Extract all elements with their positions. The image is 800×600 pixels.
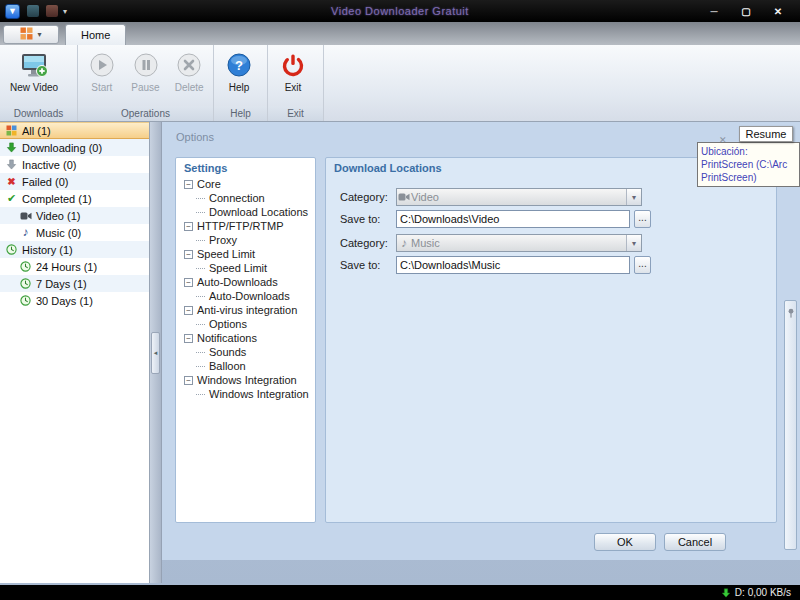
- sidebar-item-30-days[interactable]: 30 Days (1): [0, 292, 149, 309]
- settings-tree-item-sounds[interactable]: Sounds: [176, 345, 315, 359]
- delete-button[interactable]: Delete: [168, 48, 210, 105]
- options-panel: Options ✕ Settings Core Connection Downl…: [162, 122, 800, 560]
- sidebar-item-failed[interactable]: ✖ Failed (0): [0, 173, 149, 190]
- settings-tree-item-http-ftp-rtmp[interactable]: HTTP/FTP/RTMP: [176, 219, 315, 233]
- ribbon: New Video Downloads Start Pause: [0, 45, 800, 122]
- sidebar-item-24-hours[interactable]: 24 Hours (1): [0, 258, 149, 275]
- tree-collapse-icon[interactable]: [184, 306, 193, 315]
- settings-groupbox: Settings Core Connection Download Locati…: [175, 157, 316, 523]
- category-music-dropdown[interactable]: ♪ Music: [396, 234, 642, 252]
- ribbon-group-label-operations: Operations: [78, 106, 213, 121]
- download-locations-groupbox: Download Locations Category: Video Save …: [325, 157, 777, 523]
- sidebar-item-inactive[interactable]: Inactive (0): [0, 156, 149, 173]
- start-label: Start: [91, 82, 112, 93]
- browse-music-button[interactable]: ...: [634, 256, 651, 274]
- ribbon-tab-row: ▾ Home: [0, 22, 800, 45]
- dropdown-arrow-icon[interactable]: [626, 235, 641, 251]
- settings-tree-item-balloon[interactable]: Balloon: [176, 359, 315, 373]
- settings-tree-item-download-locations[interactable]: Download Locations: [176, 205, 315, 219]
- application-window: ▼ ▾ Video Downloader Gratuit ─ ▢ ✕ ▾ Hom…: [0, 0, 800, 600]
- settings-tree-item-speed-limit-child[interactable]: Speed Limit: [176, 261, 315, 275]
- clock-icon: [19, 260, 32, 273]
- autohide-panel-tab[interactable]: [784, 300, 797, 550]
- ok-button[interactable]: OK: [594, 533, 656, 551]
- tree-collapse-icon[interactable]: [184, 250, 193, 259]
- sidebar-item-video[interactable]: Video (1): [0, 207, 149, 224]
- tree-collapse-icon[interactable]: [184, 334, 193, 343]
- collapse-sidebar-button[interactable]: ◂: [151, 332, 160, 374]
- settings-tree-item-connection[interactable]: Connection: [176, 191, 315, 205]
- video-camera-icon: [19, 209, 32, 222]
- settings-tree-item-core[interactable]: Core: [176, 177, 315, 191]
- settings-tree-item-notifications[interactable]: Notifications: [176, 331, 315, 345]
- settings-tree-item-speed-limit[interactable]: Speed Limit: [176, 247, 315, 261]
- new-video-button[interactable]: New Video: [3, 48, 65, 105]
- download-arrow-green-icon: [5, 141, 18, 154]
- video-camera-icon: [397, 192, 411, 202]
- cancel-button[interactable]: Cancel: [664, 533, 726, 551]
- sidebar-item-label: History (1): [22, 244, 73, 256]
- tree-item-label: Balloon: [209, 360, 246, 372]
- tree-item-label: Speed Limit: [197, 248, 255, 260]
- pause-button[interactable]: Pause: [125, 48, 167, 105]
- pin-icon[interactable]: [786, 304, 796, 322]
- tree-collapse-icon[interactable]: [184, 278, 193, 287]
- completed-check-icon: ✔: [5, 192, 18, 205]
- sidebar-item-completed[interactable]: ✔ Completed (1): [0, 190, 149, 207]
- save-to-music-input[interactable]: C:\Downloads\Music: [396, 256, 630, 274]
- help-button[interactable]: ? Help: [217, 48, 261, 105]
- settings-tree-item-auto-downloads[interactable]: Auto-Downloads: [176, 275, 315, 289]
- application-menu-button[interactable]: ▾: [3, 25, 59, 44]
- save-to-video-input[interactable]: C:\Downloads\Video: [396, 210, 630, 228]
- tree-item-label: Connection: [209, 192, 265, 204]
- categories-grid-icon: [5, 124, 18, 137]
- status-bar: D: 0,00 KB/s: [0, 585, 800, 600]
- settings-tree-item-windows-integration-child[interactable]: Windows Integration: [176, 387, 315, 401]
- settings-tree-item-windows-integration[interactable]: Windows Integration: [176, 373, 315, 387]
- settings-tree-item-proxy[interactable]: Proxy: [176, 233, 315, 247]
- minimize-button[interactable]: ─: [702, 4, 726, 18]
- tree-connector: [196, 212, 205, 213]
- save-to-label: Save to:: [340, 259, 380, 271]
- help-label: Help: [229, 82, 250, 93]
- sidebar-item-label: Downloading (0): [22, 142, 102, 154]
- start-button[interactable]: Start: [81, 48, 123, 105]
- tree-item-label: Auto-Downloads: [197, 276, 278, 288]
- settings-tree-item-auto-downloads-child[interactable]: Auto-Downloads: [176, 289, 315, 303]
- tree-item-label: Windows Integration: [209, 388, 309, 400]
- tree-collapse-icon[interactable]: [184, 222, 193, 231]
- settings-tree-item-antivirus-options[interactable]: Options: [176, 317, 315, 331]
- sidebar-splitter[interactable]: ◂: [150, 122, 162, 583]
- help-circle-icon: ?: [225, 51, 253, 79]
- sidebar-item-all[interactable]: All (1): [0, 122, 149, 139]
- tree-item-label: Proxy: [209, 234, 237, 246]
- options-panel-title: Options: [176, 131, 214, 143]
- svg-text:?: ?: [235, 58, 243, 73]
- ribbon-group-label-exit: Exit: [268, 106, 323, 121]
- ribbon-group-downloads: New Video Downloads: [0, 45, 78, 121]
- category-video-dropdown[interactable]: Video: [396, 188, 642, 206]
- tab-home[interactable]: Home: [65, 24, 126, 45]
- ribbon-group-help: ? Help Help: [214, 45, 268, 121]
- sidebar-item-7-days[interactable]: 7 Days (1): [0, 275, 149, 292]
- settings-tree-item-antivirus[interactable]: Anti-virus integration: [176, 303, 315, 317]
- tree-item-label: Options: [209, 318, 247, 330]
- new-video-label: New Video: [10, 82, 58, 93]
- sidebar-item-history[interactable]: History (1): [0, 241, 149, 258]
- tree-connector: [196, 352, 205, 353]
- tree-collapse-icon[interactable]: [184, 376, 193, 385]
- resume-button[interactable]: Resume: [739, 126, 793, 142]
- category-sidebar: All (1) Downloading (0) Inactive (0) ✖ F…: [0, 122, 150, 583]
- tree-connector: [196, 296, 205, 297]
- exit-button[interactable]: Exit: [271, 48, 315, 105]
- tree-item-label: Anti-virus integration: [197, 304, 297, 316]
- browse-video-button[interactable]: ...: [634, 210, 651, 228]
- close-button[interactable]: ✕: [766, 4, 790, 18]
- maximize-button[interactable]: ▢: [734, 4, 758, 18]
- ribbon-group-label-downloads: Downloads: [0, 106, 77, 121]
- tree-collapse-icon[interactable]: [184, 180, 193, 189]
- sidebar-item-music[interactable]: ♪ Music (0): [0, 224, 149, 241]
- tree-connector: [196, 394, 205, 395]
- sidebar-item-downloading[interactable]: Downloading (0): [0, 139, 149, 156]
- dropdown-arrow-icon[interactable]: [626, 189, 641, 205]
